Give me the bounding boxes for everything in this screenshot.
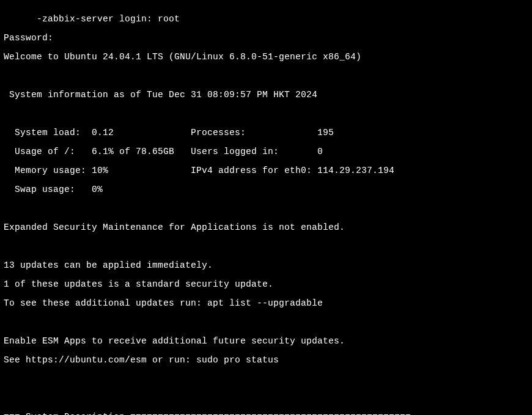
blank-line	[4, 242, 528, 252]
esm-enable-line-2: See https://ubuntu.com/esm or run: sudo …	[4, 356, 528, 365]
system-description-header: === System Description =================…	[4, 413, 528, 416]
login-prompt-line: -zabbix-server login: root	[4, 15, 528, 24]
blank-line	[4, 204, 528, 214]
blank-line	[4, 375, 528, 384]
esm-status-line: Expanded Security Maintenance for Applic…	[4, 223, 528, 233]
blank-line	[4, 109, 528, 119]
updates-line-3: To see these additional updates run: apt…	[4, 299, 528, 309]
blank-line	[4, 394, 528, 403]
stats-row-1: System load: 0.12 Processes: 195	[4, 128, 528, 138]
sysinfo-header-line: System information as of Tue Dec 31 08:0…	[4, 90, 528, 100]
stats-row-3: Memory usage: 10% IPv4 address for eth0:…	[4, 166, 528, 176]
blank-line	[4, 318, 528, 328]
welcome-line: Welcome to Ubuntu 24.04.1 LTS (GNU/Linux…	[4, 53, 528, 62]
terminal-output: -zabbix-server login: root Password: Wel…	[4, 5, 528, 415]
updates-line-2: 1 of these updates is a standard securit…	[4, 280, 528, 290]
updates-line-1: 13 updates can be applied immediately.	[4, 261, 528, 271]
blank-line	[4, 72, 528, 81]
stats-row-2: Usage of /: 6.1% of 78.65GB Users logged…	[4, 147, 528, 157]
esm-enable-line-1: Enable ESM Apps to receive additional fu…	[4, 337, 528, 347]
password-prompt-line: Password:	[4, 34, 528, 43]
stats-row-4: Swap usage: 0%	[4, 185, 528, 195]
